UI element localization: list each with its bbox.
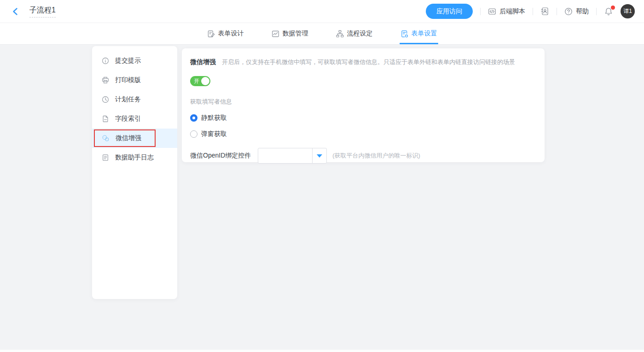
clock-icon [102, 96, 109, 103]
sidebar-item-print-template[interactable]: 打印模版 [92, 70, 177, 90]
sidebar-item-label: 计划任务 [115, 95, 141, 104]
divider [533, 8, 533, 15]
sidebar-item-label: 数据助手日志 [115, 153, 154, 162]
sidebar-item-label: 打印模版 [115, 76, 141, 84]
radio-popup-acquire[interactable]: 弹窗获取 [190, 130, 536, 138]
printer-icon [102, 76, 109, 84]
radio-unselected-icon [190, 130, 197, 138]
panel-header: 微信增强 开启后，仅支持在手机微信中填写，可获取填写者微信信息。只适应于表单外链… [190, 58, 536, 66]
sidebar-item-wechat-enhance[interactable]: 微信增强 [92, 129, 177, 148]
sidebar-item-scheduled-tasks[interactable]: 计划任务 [92, 90, 177, 109]
caret-down-icon [317, 154, 322, 158]
form-design-icon [207, 30, 215, 38]
filler-info-section-label: 获取填写者信息 [190, 98, 536, 106]
notification-badge [611, 6, 615, 10]
top-header: 子流程1 应用访问 后端脚本 帮助 谭1 [0, 0, 644, 23]
content-area: 提交提示 打印模版 计划任务 字段索引 微信增强 数据助手日志 微信增强 开启后… [0, 45, 644, 352]
panel-description: 开启后，仅支持在手机微信中填写，可获取填写者微信信息。只适应于表单外链和表单内链… [222, 58, 515, 66]
sidebar-item-field-index[interactable]: 字段索引 [92, 109, 177, 129]
toggle-knob [201, 77, 209, 85]
tab-form-design[interactable]: 表单设计 [206, 23, 245, 44]
tab-label: 流程设定 [347, 29, 373, 38]
chevron-left-icon [12, 7, 20, 16]
radio-selected-icon [190, 114, 197, 122]
back-button[interactable] [10, 6, 21, 17]
settings-sidebar: 提交提示 打印模版 计划任务 字段索引 微信增强 数据助手日志 [92, 46, 177, 299]
backend-script-label: 后端脚本 [499, 7, 525, 16]
panel-title: 微信增强 [190, 58, 216, 66]
document-icon [102, 115, 109, 123]
contacts-button[interactable] [540, 7, 549, 16]
info-icon [102, 57, 109, 65]
code-icon [488, 7, 496, 16]
contact-book-icon [540, 7, 549, 16]
sidebar-item-submit-tips[interactable]: 提交提示 [92, 51, 177, 70]
radio-label: 静默获取 [201, 114, 227, 122]
tab-label: 表单设置 [412, 29, 437, 38]
header-right: 应用访问 后端脚本 帮助 谭1 [426, 4, 635, 19]
wechat-enhance-panel: 微信增强 开启后，仅支持在手机微信中填写，可获取填写者微信信息。只适应于表单外链… [182, 48, 545, 162]
question-circle-icon [564, 7, 573, 16]
sidebar-item-data-assistant-log[interactable]: 数据助手日志 [92, 148, 177, 167]
bottom-strip [0, 350, 644, 352]
tab-label: 表单设计 [218, 29, 244, 38]
backend-script-button[interactable]: 后端脚本 [488, 7, 525, 16]
divider [557, 8, 557, 15]
radio-silent-acquire[interactable]: 静默获取 [190, 114, 536, 122]
data-management-icon [272, 30, 279, 38]
openid-binding-hint: (获取平台内微信用户的唯一标识) [332, 152, 420, 160]
tab-bar: 表单设计 数据管理 流程设定 表单设置 [0, 23, 644, 45]
tab-data-management[interactable]: 数据管理 [271, 23, 309, 44]
app-access-button[interactable]: 应用访问 [426, 4, 473, 19]
form-settings-icon [400, 30, 408, 38]
wechat-icon [102, 135, 110, 142]
avatar[interactable]: 谭1 [621, 4, 635, 18]
flow-icon [336, 30, 344, 38]
notifications-button[interactable] [604, 7, 613, 16]
tab-process-settings[interactable]: 流程设定 [335, 23, 374, 44]
select-value [258, 148, 312, 163]
sidebar-item-label: 微信增强 [116, 134, 141, 142]
log-icon [102, 154, 109, 161]
toggle-on-label: 开 [194, 77, 199, 85]
page-title[interactable]: 子流程1 [29, 6, 56, 18]
openid-binding-select[interactable] [258, 148, 327, 164]
wechat-enhance-toggle[interactable]: 开 [190, 76, 210, 86]
sidebar-item-label: 提交提示 [115, 57, 141, 65]
select-arrow-button[interactable] [312, 148, 326, 163]
openid-binding-row: 微信OpenID绑定控件 (获取平台内微信用户的唯一标识) [190, 148, 536, 164]
tab-label: 数据管理 [283, 29, 308, 38]
help-label: 帮助 [576, 7, 589, 16]
tab-form-settings[interactable]: 表单设置 [400, 23, 438, 44]
openid-binding-label: 微信OpenID绑定控件 [190, 152, 251, 160]
divider [480, 8, 481, 15]
sidebar-item-label: 字段索引 [115, 115, 141, 123]
divider [596, 8, 597, 15]
radio-label: 弹窗获取 [201, 130, 227, 138]
help-button[interactable]: 帮助 [564, 7, 589, 16]
header-left: 子流程1 [10, 6, 56, 18]
